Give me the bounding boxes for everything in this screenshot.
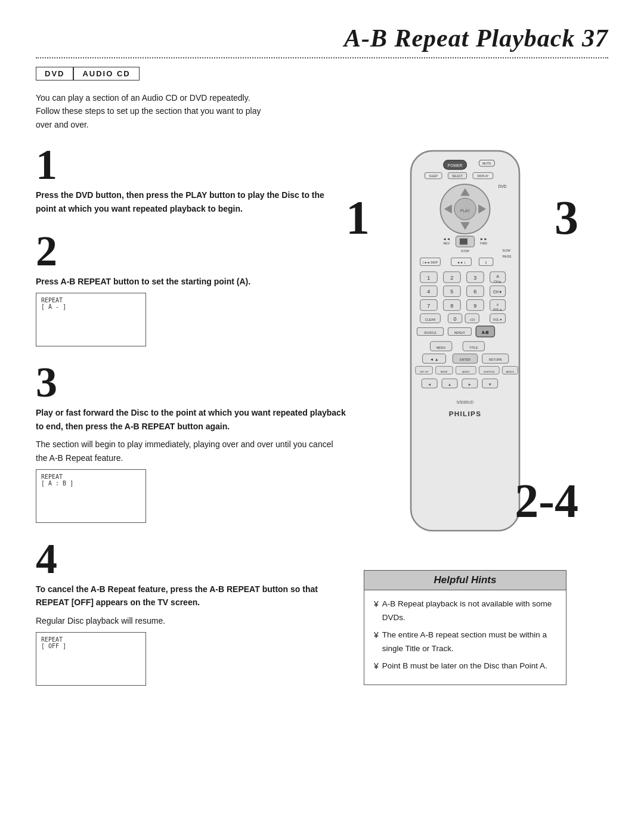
step-2-screen: REPEAT [ A - ] [36,293,146,346]
remote-container: 1 3 POWER MUTE SLEEP SELECT [364,143,566,546]
svg-text:|◄◄ SKIP: |◄◄ SKIP [423,261,438,264]
svg-text:►►: ►► [480,237,488,241]
svg-text:CH▼: CH▼ [493,290,503,294]
step-4-number: 4 [36,537,346,580]
intro-text: You can play a section of an Audio CD or… [36,91,346,131]
svg-text:2: 2 [450,275,453,281]
hint-text-2: The entire A-B repeat section must be wi… [382,628,556,656]
step-3-number: 3 [36,361,346,404]
svg-text:9: 9 [473,303,476,309]
svg-text:SLEEP: SLEEP [429,175,438,178]
hint-item-3: ¥ Point B must be later on the Disc than… [374,659,556,674]
svg-text:N5086UD: N5086UD [457,400,474,404]
step-3-screen-line1: REPEAT [41,473,141,480]
hint-text-3: Point B must be later on the Disc than P… [382,659,547,674]
step-4-screen-line1: REPEAT [41,636,141,643]
svg-text:SLOW: SLOW [502,249,510,252]
remote-step-1-label: 1 [346,191,370,245]
helpful-hints-title: Helpful Hints [364,571,566,590]
svg-text:◄ ▲: ◄ ▲ [430,357,439,361]
hint-item-2: ¥ The entire A-B repeat section must be … [374,628,556,656]
svg-text:6: 6 [473,289,476,295]
hint-bullet-2: ¥ [374,628,379,656]
svg-text:ENTER: ENTER [460,358,470,361]
svg-text:REV: REV [443,241,450,245]
step-2-number: 2 [36,230,346,272]
remote-step-24-label: 2-4 [515,474,578,528]
svg-text:◄◄: ◄◄ [442,237,450,241]
svg-text:DISPLAY: DISPLAY [477,175,488,178]
helpful-hints-box: Helpful Hints ¥ A-B Repeat playback is n… [364,570,566,685]
right-column: 1 3 POWER MUTE SLEEP SELECT [364,143,566,685]
step-4-screen: REPEAT [ OFF ] [36,632,146,686]
svg-text:||: || [485,261,487,264]
step-1-section: 1 Press the DVD button, then press the P… [36,143,346,215]
step-1-text: Press the DVD button, then press the PLA… [36,188,346,215]
svg-text:▼: ▼ [488,382,491,386]
svg-text:SET UP: SET UP [420,370,428,373]
svg-text:POWER: POWER [448,163,463,168]
svg-text:CLEAR: CLEAR [425,318,436,321]
svg-text:MUTE: MUTE [482,162,491,166]
step-3-screen-line2: [ A : B ] [41,480,141,487]
step-2-screen-line1: REPEAT [41,297,141,304]
format-badges: DVD AUDIO CD [36,67,608,80]
svg-text:SHUFFLE: SHUFFLE [424,332,436,335]
svg-text:►► |: ►► | [457,261,465,264]
page-title: A-B Repeat Playback 37 [36,24,608,52]
svg-text:A: A [496,274,499,278]
svg-text:PHILIPS: PHILIPS [449,410,482,417]
step-2-section: 2 Press A-B REPEAT button to set the sta… [36,230,346,346]
svg-text:REPEAT: REPEAT [454,332,465,335]
svg-text:DVD: DVD [499,185,507,189]
left-column: 1 Press the DVD button, then press the P… [36,143,346,700]
step-3-section: 3 Play or fast forward the Disc to the p… [36,361,346,523]
svg-text:►: ► [468,382,472,386]
svg-text:SUBTITLE: SUBTITLE [484,370,495,373]
svg-text:VOL▼: VOL▼ [493,318,503,321]
svg-text:▲: ▲ [448,382,451,386]
svg-text:FWD: FWD [480,241,487,245]
svg-text:3: 3 [473,275,476,281]
step-4-section: 4 To cancel the A-B Repeat feature, pres… [36,537,346,686]
svg-text:RETURN: RETURN [489,358,502,361]
dotted-rule [36,57,608,58]
step-3-subtext: The section will begin to play immediate… [36,438,346,465]
step-4-text: To cancel the A-B Repeat feature, press … [36,583,346,609]
step-2-screen-line2: [ A - ] [41,304,141,310]
svg-text:0: 0 [454,316,457,322]
svg-text:7: 7 [427,303,430,309]
svg-text:5: 5 [450,289,453,295]
svg-text:TITLE: TITLE [469,346,478,349]
svg-text:A-B: A-B [482,330,489,335]
step-3-screen: REPEAT [ A : B ] [36,469,146,523]
svg-text:A: A [497,303,499,306]
svg-text:VOL▲: VOL▲ [493,308,503,311]
svg-text:AUDIO: AUDIO [462,370,469,373]
main-layout: 1 Press the DVD button, then press the P… [36,143,608,700]
svg-text:1: 1 [427,275,430,281]
svg-text:8: 8 [450,303,453,309]
page-container: A-B Repeat Playback 37 DVD AUDIO CD You … [0,0,644,736]
remote-step-3-label: 3 [555,191,578,245]
hint-bullet-1: ¥ [374,597,379,625]
svg-text:4: 4 [427,289,430,295]
svg-text:MENU: MENU [436,346,446,349]
step-4-screen-line2: [ OFF ] [41,643,141,649]
svg-text:CH▲: CH▲ [494,280,501,283]
svg-text:PLAY: PLAY [460,209,470,213]
step-1-number: 1 [36,143,346,186]
step-2-text: Press A-B REPEAT button to set the start… [36,275,346,288]
hint-bullet-3: ¥ [374,659,379,674]
hint-item-1: ¥ A-B Repeat playback is not available w… [374,597,556,625]
audio-cd-badge: AUDIO CD [73,67,139,80]
svg-text:PAUSE: PAUSE [502,256,511,259]
svg-text:SELECT: SELECT [452,175,463,178]
svg-rect-24 [460,239,467,244]
svg-text:ANGLE: ANGLE [506,370,515,373]
svg-text:◄: ◄ [428,382,431,386]
hint-text-1: A-B Repeat playback is not available wit… [382,597,556,625]
svg-text:STOP: STOP [461,249,470,253]
svg-text:MODE: MODE [441,370,448,373]
step-4-subtext: Regular Disc playback will resume. [36,614,346,627]
